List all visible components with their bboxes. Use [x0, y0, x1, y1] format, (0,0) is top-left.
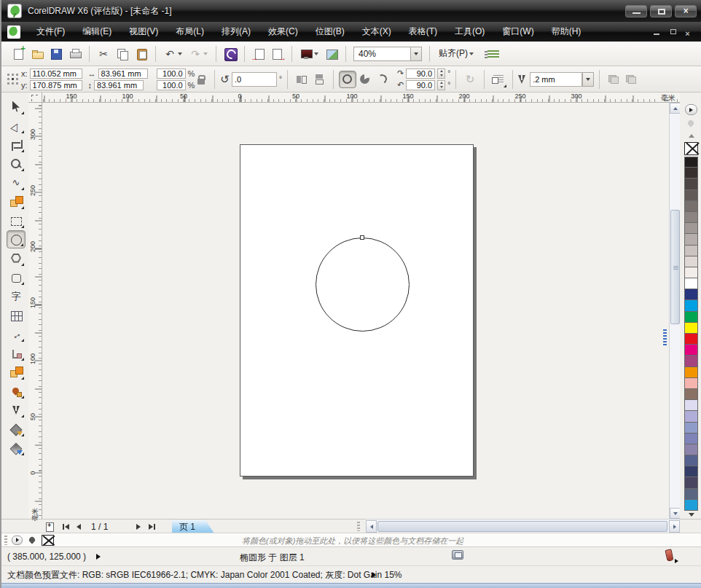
end-angle-field[interactable]: 90.0	[406, 80, 435, 90]
open-button[interactable]	[28, 45, 47, 63]
coords-flyout-icon[interactable]	[96, 554, 101, 560]
zoom-dropdown-button[interactable]	[410, 47, 422, 61]
color-swatch[interactable]	[684, 168, 698, 179]
color-swatch[interactable]	[684, 455, 698, 466]
scroll-up-button[interactable]	[670, 103, 681, 114]
table-tool[interactable]	[7, 306, 26, 324]
document-palette-no-color-swatch[interactable]	[42, 535, 54, 546]
object-width-field[interactable]: 83.961 mm	[98, 68, 148, 79]
color-proof-monitor-icon[interactable]	[452, 550, 463, 560]
document-palette-flyout-button[interactable]	[12, 536, 23, 545]
color-swatch[interactable]	[684, 378, 698, 389]
outline-width-combo[interactable]: .2 mm	[530, 72, 594, 87]
snap-to-button[interactable]: 贴齐(P)	[434, 44, 482, 63]
scroll-down-button[interactable]	[670, 508, 681, 519]
mirror-vertical-button[interactable]	[310, 71, 328, 88]
zoom-level-combo[interactable]: 40%	[353, 47, 422, 61]
color-swatch[interactable]	[684, 223, 698, 234]
restore-button[interactable]	[650, 5, 672, 17]
minimize-button[interactable]	[625, 5, 647, 17]
menu-item[interactable]: 效果(C)	[259, 22, 307, 42]
rectangle-tool[interactable]	[7, 211, 26, 230]
straight-line-connector-tool[interactable]	[7, 344, 26, 362]
scroll-left-button[interactable]	[366, 520, 377, 533]
close-button[interactable]: ×	[675, 5, 697, 17]
new-document-button[interactable]	[9, 45, 28, 63]
color-swatch[interactable]	[684, 345, 698, 356]
no-color-swatch[interactable]	[684, 142, 698, 155]
ellipse-tool[interactable]	[7, 230, 26, 248]
print-button[interactable]	[66, 45, 85, 63]
document-palette-eyedropper-icon[interactable]	[27, 535, 37, 545]
color-swatch[interactable]	[684, 179, 698, 189]
color-swatch[interactable]	[684, 234, 698, 245]
scale-y-field[interactable]: 100.0	[157, 80, 186, 90]
copy-button[interactable]	[113, 45, 132, 63]
text-wrap-button[interactable]	[490, 71, 507, 88]
color-swatch[interactable]	[684, 289, 698, 300]
color-swatch[interactable]	[684, 300, 698, 311]
horizontal-scroll-thumb[interactable]	[377, 521, 667, 532]
freehand-tool[interactable]: ∿	[7, 173, 26, 192]
object-height-field[interactable]: 83.961 mm	[94, 80, 144, 90]
menu-item[interactable]: 表格(T)	[400, 22, 446, 42]
convert-outline-button[interactable]	[622, 71, 640, 88]
pick-tool[interactable]	[7, 98, 26, 116]
redo-button[interactable]: ↷	[186, 45, 205, 63]
export-button[interactable]	[268, 45, 287, 63]
menu-item[interactable]: 视图(V)	[120, 22, 167, 42]
outline-indicator-flyout-icon[interactable]	[675, 559, 678, 563]
pie-mode-button[interactable]	[356, 71, 374, 88]
smart-fill-tool[interactable]	[7, 192, 26, 211]
vertical-scrollbar[interactable]	[669, 103, 680, 519]
document-palette-grip[interactable]	[4, 536, 7, 545]
vertical-scroll-thumb[interactable]	[670, 210, 680, 324]
color-swatch[interactable]	[684, 356, 698, 366]
ellipse-mode-button[interactable]	[339, 71, 356, 88]
color-swatch[interactable]	[684, 400, 698, 411]
page-tab[interactable]: 页 1	[172, 520, 214, 533]
lock-ratio-icon[interactable]	[197, 79, 205, 85]
palette-eyedropper-icon[interactable]	[686, 119, 695, 129]
options-icon[interactable]	[487, 49, 499, 59]
menu-item[interactable]: 帮助(H)	[543, 22, 590, 42]
color-swatch[interactable]	[684, 444, 698, 455]
save-button[interactable]	[47, 45, 66, 63]
zoom-level-value[interactable]: 40%	[353, 47, 410, 61]
parallel-dimension-tool[interactable]: ↔	[7, 325, 26, 343]
application-launcher-button[interactable]	[297, 45, 316, 63]
color-swatch[interactable]	[684, 466, 698, 477]
previous-page-button[interactable]	[73, 521, 85, 532]
outline-pen-tool[interactable]	[7, 401, 26, 419]
outline-width-value[interactable]: .2 mm	[530, 72, 582, 87]
color-swatch[interactable]	[684, 246, 698, 256]
start-angle-field[interactable]: 90.0	[406, 68, 435, 79]
y-position-field[interactable]: 170.875 mm	[30, 80, 82, 90]
ruler-origin[interactable]	[28, 93, 42, 103]
color-swatch[interactable]	[684, 278, 698, 289]
arc-mode-button[interactable]	[374, 71, 391, 88]
color-swatch[interactable]	[684, 411, 698, 422]
rotation-angle-field[interactable]: .0	[232, 72, 277, 87]
menu-item[interactable]: 编辑(E)	[74, 22, 120, 42]
color-swatch[interactable]	[684, 434, 698, 444]
scale-x-field[interactable]: 100.0	[157, 68, 186, 79]
color-swatch[interactable]	[684, 334, 698, 345]
color-swatch[interactable]	[684, 312, 698, 323]
outline-color-indicator-icon[interactable]	[665, 549, 673, 562]
palette-scroll-down[interactable]	[686, 511, 696, 517]
ellipse-node-handle[interactable]	[360, 235, 364, 240]
mirror-horizontal-button[interactable]	[293, 71, 310, 88]
next-page-button[interactable]	[133, 521, 144, 532]
undo-button[interactable]: ↶	[160, 45, 179, 63]
add-page-start-button[interactable]	[44, 521, 55, 532]
color-swatch[interactable]	[684, 489, 698, 500]
x-position-field[interactable]: 110.052 mm	[30, 68, 82, 79]
color-swatch[interactable]	[684, 477, 698, 488]
basic-shapes-tool[interactable]	[7, 268, 26, 286]
color-swatch[interactable]	[684, 323, 698, 334]
polygon-tool[interactable]	[7, 249, 26, 267]
splitter-grip[interactable]	[357, 522, 360, 531]
profile-flyout-icon[interactable]	[372, 572, 376, 578]
blend-tool[interactable]	[7, 363, 26, 381]
